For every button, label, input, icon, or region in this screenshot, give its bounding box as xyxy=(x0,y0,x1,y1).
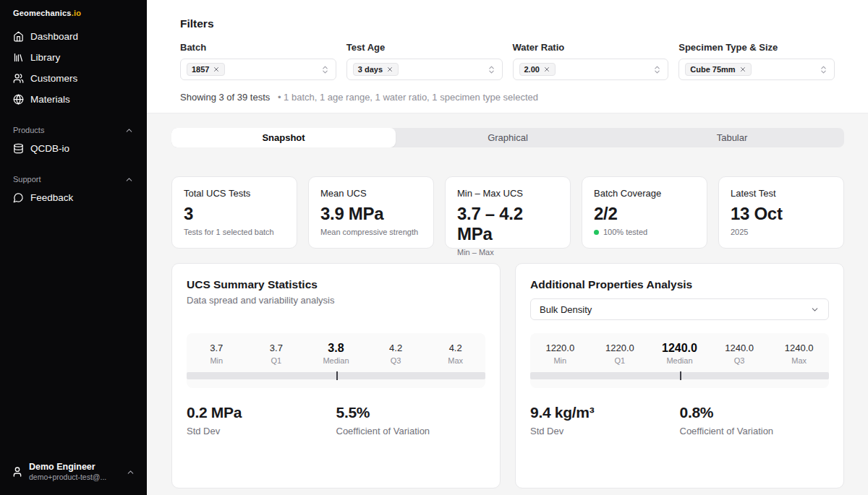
property-select[interactable]: Bulk Density xyxy=(530,298,829,320)
stat-subtitle: Min – Max xyxy=(457,248,558,257)
user-menu[interactable]: Demo Engineer demo+product-test@... xyxy=(7,457,140,486)
filters-title: Filters xyxy=(180,17,835,30)
stat-card-latest-test: Latest Test 13 Oct 2025 xyxy=(718,176,844,249)
sidebar: Geomechanics.io Dashboard Library Custom… xyxy=(0,0,147,495)
batch-select[interactable]: 1857 xyxy=(180,59,336,80)
remove-chip-icon[interactable] xyxy=(543,66,550,73)
coverage-status: 100% tested xyxy=(594,228,695,236)
sidebar-item-library[interactable]: Library xyxy=(7,47,140,67)
stat-q3: 1240.0Q3 xyxy=(710,342,770,365)
stat-label: Median xyxy=(650,356,710,365)
chevron-up-icon xyxy=(126,468,135,477)
home-icon xyxy=(13,31,24,42)
stat-value: 3.7 xyxy=(187,342,247,355)
water-ratio-select[interactable]: 2.00 xyxy=(513,59,669,80)
support-section-header[interactable]: Support xyxy=(7,171,140,187)
stat-subtitle: 2025 xyxy=(731,228,832,236)
stat-value: 3.7 xyxy=(247,342,307,355)
app-logo: Geomechanics.io xyxy=(7,7,140,20)
globe-icon xyxy=(13,94,24,105)
stat-cards-row: Total UCS Tests 3 Tests for 1 selected b… xyxy=(171,176,844,249)
test-age-select[interactable]: 3 days xyxy=(346,59,503,80)
sidebar-item-materials[interactable]: Materials xyxy=(7,89,140,109)
std-dev-value: 0.2 MPa xyxy=(187,404,336,421)
cov-label: Coefficient of Variation xyxy=(680,426,830,436)
section-title-support: Support xyxy=(13,175,41,184)
stat-value: 1220.0 xyxy=(590,342,650,355)
stat-q1: 1220.0Q1 xyxy=(590,342,650,365)
filter-field-test-age: Test Age 3 days xyxy=(346,42,503,80)
stat-label: Q3 xyxy=(710,356,770,365)
test-age-chip: 3 days xyxy=(353,63,399,76)
sidebar-item-qcdb-io[interactable]: QCDB-io xyxy=(7,138,140,158)
stat-min: 1220.0Min xyxy=(530,342,590,365)
range-bar xyxy=(530,372,829,379)
logo-suffix: .io xyxy=(72,9,81,17)
property-quartile-stats: 1220.0Min 1220.0Q1 1240.0Median 1240.0Q3… xyxy=(530,342,829,365)
range-bar xyxy=(187,372,485,379)
std-dev-label: Std Dev xyxy=(530,426,680,436)
median-marker xyxy=(336,371,338,380)
nav-label: Dashboard xyxy=(30,31,78,42)
ucs-summary-title: UCS Summary Statistics xyxy=(187,278,485,291)
analysis-row: UCS Summary Statistics Data spread and v… xyxy=(171,263,844,488)
coverage-status-label: 100% tested xyxy=(603,228,647,236)
specimen-chip: Cube 75mm xyxy=(685,63,751,76)
filter-field-specimen: Specimen Type & Size Cube 75mm xyxy=(678,42,835,80)
tab-graphical[interactable]: Graphical xyxy=(396,128,620,147)
stat-title: Batch Coverage xyxy=(594,188,695,199)
nav-label: Materials xyxy=(30,94,70,105)
chip-label: 2.00 xyxy=(524,65,540,74)
user-icon xyxy=(12,466,23,478)
sidebar-item-dashboard[interactable]: Dashboard xyxy=(7,26,140,46)
cov-block: 5.5% Coefficient of Variation xyxy=(336,404,486,436)
stat-label: Max xyxy=(769,356,829,365)
stat-median: 3.8Median xyxy=(306,342,366,365)
stat-min: 3.7Min xyxy=(187,342,247,365)
remove-chip-icon[interactable] xyxy=(386,66,393,73)
stat-label: Q1 xyxy=(247,356,307,365)
water-ratio-chip: 2.00 xyxy=(519,63,556,76)
view-tabs: Snapshot Graphical Tabular xyxy=(171,128,844,147)
selection-detail: • 1 batch, 1 age range, 1 water ratio, 1… xyxy=(278,92,538,103)
stat-label: Min xyxy=(530,356,590,365)
nav-label: Library xyxy=(30,52,60,63)
chevron-down-icon xyxy=(810,305,820,314)
stat-value: 1220.0 xyxy=(530,342,590,355)
specimen-select[interactable]: Cube 75mm xyxy=(678,59,835,80)
std-dev-block: 9.4 kg/m³ Std Dev xyxy=(530,404,680,436)
chevrons-up-down-icon xyxy=(487,65,496,74)
stat-value: 3.8 xyxy=(306,342,366,355)
nav-label: Customers xyxy=(30,73,77,84)
additional-properties-title: Additional Properties Analysis xyxy=(530,278,829,291)
sidebar-item-feedback[interactable]: Feedback xyxy=(7,187,140,207)
property-select-value: Bulk Density xyxy=(540,304,592,315)
chevrons-up-down-icon xyxy=(320,65,330,74)
filter-label-test-age: Test Age xyxy=(346,42,503,53)
stat-label: Q1 xyxy=(590,356,650,365)
property-variability-stats: 9.4 kg/m³ Std Dev 0.8% Coefficient of Va… xyxy=(530,404,829,436)
stat-subtitle: Tests for 1 selected batch xyxy=(184,228,285,236)
database-icon xyxy=(13,143,24,154)
coverage-status-dot xyxy=(594,230,599,235)
tab-snapshot[interactable]: Snapshot xyxy=(171,128,396,147)
logo-brand: Geomechanics xyxy=(13,9,72,17)
remove-chip-icon[interactable] xyxy=(739,66,746,73)
filter-label-specimen: Specimen Type & Size xyxy=(678,42,835,53)
ucs-variability-stats: 0.2 MPa Std Dev 5.5% Coefficient of Vari… xyxy=(187,404,485,436)
chevron-up-icon xyxy=(124,126,134,135)
filter-field-water-ratio: Water Ratio 2.00 xyxy=(513,42,669,80)
app-root: Geomechanics.io Dashboard Library Custom… xyxy=(0,0,868,495)
stat-value: 1240.0 xyxy=(769,342,829,355)
stat-value: 3.9 MPa xyxy=(320,204,422,224)
sidebar-item-customers[interactable]: Customers xyxy=(7,68,140,88)
batch-chip: 1857 xyxy=(187,63,225,76)
chip-label: Cube 75mm xyxy=(690,65,735,74)
products-section-header[interactable]: Products xyxy=(7,122,140,138)
content-area: Snapshot Graphical Tabular Total UCS Tes… xyxy=(147,113,868,495)
tab-tabular[interactable]: Tabular xyxy=(620,128,844,147)
remove-chip-icon[interactable] xyxy=(213,66,220,73)
cov-value: 0.8% xyxy=(680,404,830,421)
cov-value: 5.5% xyxy=(336,404,486,421)
ucs-summary-card: UCS Summary Statistics Data spread and v… xyxy=(171,263,501,488)
